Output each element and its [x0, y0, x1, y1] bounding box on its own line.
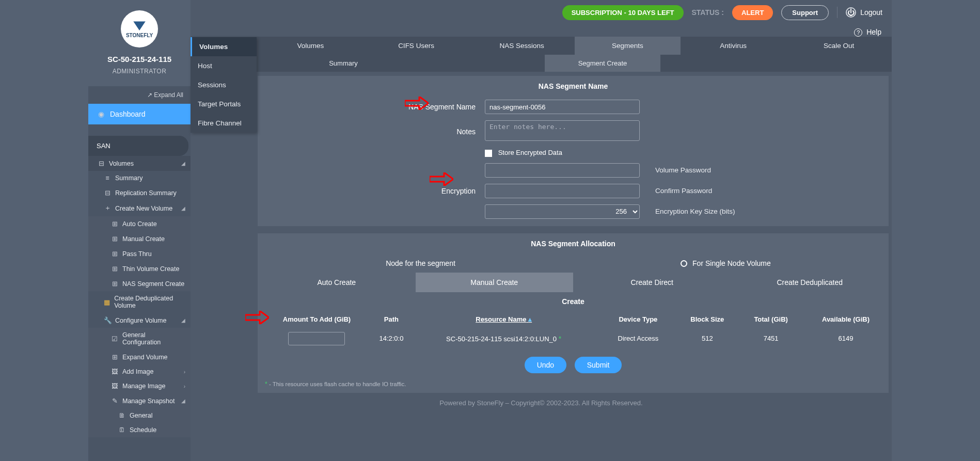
plus-box-icon: ⊞: [111, 250, 118, 258]
submenu-host[interactable]: Host: [191, 56, 257, 75]
annotation-arrow-icon: [430, 172, 453, 186]
input-volume-password[interactable]: [485, 163, 640, 178]
wrench-icon: 🔧: [104, 316, 111, 324]
brand-logo: STONEFLY: [121, 10, 158, 47]
brand-text: STONEFLY: [126, 33, 153, 38]
tree-replication-summary[interactable]: ⊟ Replication Summary: [88, 185, 191, 200]
seg-auto-create[interactable]: Auto Create: [258, 273, 416, 292]
tree-manual-create[interactable]: ⊞ Manual Create: [88, 231, 191, 246]
support-button[interactable]: Support: [781, 5, 829, 20]
col-resource[interactable]: Resource Name ▴: [407, 311, 601, 328]
tree-pass-thru[interactable]: ⊞ Pass Thru: [88, 246, 191, 261]
tab-nas-sessions[interactable]: NAS Sessions: [469, 37, 575, 55]
checkbox-icon: ☑: [111, 335, 118, 343]
undo-button[interactable]: Undo: [525, 357, 566, 373]
panel-nas-segment-name: NAS Segment Name NAS Segment Name Notes …: [258, 76, 889, 226]
tree-snapshot-schedule[interactable]: 🗓 Schedule: [88, 423, 191, 437]
annotation-arrow-icon: [245, 311, 269, 324]
table-row: 14:2:0:0 SC-50-215-24-115 scsi14:2:0:LUN…: [258, 328, 889, 349]
tab-volumes[interactable]: Volumes: [258, 37, 363, 55]
seg-create-direct[interactable]: Create Direct: [573, 273, 731, 292]
plus-box-icon: ⊞: [111, 280, 118, 288]
tree-add-image[interactable]: 🖼 Add Image ›: [88, 364, 191, 379]
tab-antivirus[interactable]: Antivirus: [681, 37, 786, 55]
label-volume-password: Volume Password: [650, 166, 711, 174]
image-icon: 🖼: [111, 368, 118, 375]
tree-auto-create[interactable]: ⊞ Auto Create: [88, 216, 191, 231]
status-label: STATUS :: [692, 8, 724, 17]
tab-segments[interactable]: Segments: [575, 37, 681, 55]
logout-link[interactable]: ⏻ Logout: [846, 7, 882, 18]
label-single-node: For Single Node Volume: [692, 259, 771, 267]
expand-all-link[interactable]: ↗ Expand All: [88, 86, 191, 104]
input-segment-name[interactable]: [485, 100, 640, 114]
footnote: * - This resource uses flash cache to ha…: [258, 378, 889, 393]
subtab-summary[interactable]: Summary: [258, 55, 429, 72]
select-key-size[interactable]: 256: [485, 204, 640, 219]
tree-general-config[interactable]: ☑ General Configuration: [88, 328, 191, 349]
tree-summary[interactable]: ≡ Summary: [88, 171, 191, 185]
dashboard-icon: ◉: [98, 110, 105, 118]
replication-icon: ⊟: [104, 189, 111, 197]
submenu-sessions[interactable]: Sessions: [191, 75, 257, 94]
tree-configure-volume[interactable]: 🔧 Configure Volume ◢: [88, 313, 191, 328]
panel-title-name: NAS Segment Name: [258, 76, 889, 97]
cell-available: 6149: [803, 328, 889, 349]
input-amount-to-add[interactable]: [288, 332, 345, 345]
col-available: Available (GiB): [803, 311, 889, 328]
seg-manual-create[interactable]: Manual Create: [416, 273, 574, 292]
plus-icon: ＋: [104, 204, 111, 213]
volumes-icon: ⊟: [98, 160, 105, 167]
input-notes[interactable]: [485, 120, 640, 141]
col-block-size: Block Size: [675, 311, 739, 328]
col-device-type: Device Type: [600, 311, 675, 328]
checkbox-store-encrypted[interactable]: [485, 150, 492, 157]
tree-thin-volume-create[interactable]: ⊞ Thin Volume Create: [88, 261, 191, 276]
label-encryption: Encryption: [258, 187, 485, 195]
tree-create-new-volume[interactable]: ＋ Create New Volume ◢: [88, 200, 191, 216]
subscription-badge[interactable]: SUBSCRIPTION - 10 DAYS LEFT: [562, 5, 684, 20]
tree-manage-image[interactable]: 🖼 Manage Image ›: [88, 379, 191, 393]
plus-box-icon: ⊞: [111, 220, 118, 228]
col-total: Total (GiB): [739, 311, 803, 328]
host-name: SC-50-215-24-115: [88, 55, 191, 63]
cell-device-type: Direct Access: [600, 328, 675, 349]
seg-create-dedup[interactable]: Create Deduplicated: [731, 273, 889, 292]
submenu-volumes[interactable]: Volumes: [191, 37, 257, 56]
label-key-size: Encryption Key Size (bits): [650, 208, 735, 215]
nav-dashboard[interactable]: ◉ Dashboard: [88, 104, 191, 124]
tree-create-dedup-volume[interactable]: ▦ Create Deduplicated Volume: [88, 291, 191, 313]
nav-section-san[interactable]: SAN: [88, 136, 188, 156]
col-path: Path: [376, 311, 407, 328]
label-segment-name: NAS Segment Name: [258, 103, 485, 111]
submit-button[interactable]: Submit: [575, 357, 622, 373]
plus-box-icon: ⊞: [111, 235, 118, 243]
col-amount: Amount To Add (GiB): [258, 311, 376, 328]
tree-manage-snapshot[interactable]: ✎ Manage Snapshot ◢: [88, 393, 191, 408]
submenu-target-portals[interactable]: Target Portals: [191, 94, 257, 114]
radio-single-node[interactable]: [681, 260, 687, 267]
power-icon: ⏻: [846, 7, 856, 18]
subtab-segment-create[interactable]: Segment Create: [545, 55, 660, 72]
tree-volumes[interactable]: ⊟ Volumes ◢: [88, 156, 191, 171]
tree-nas-segment-create[interactable]: ⊞ NAS Segment Create: [88, 276, 191, 291]
input-confirm-password[interactable]: [485, 184, 640, 198]
panel-title-allocation: NAS Segment Allocation: [258, 233, 889, 254]
snapshot-icon: ✎: [111, 397, 118, 405]
tree-snapshot-general[interactable]: 🗎 General: [88, 408, 191, 423]
cell-block-size: 512: [675, 328, 739, 349]
tab-scale-out[interactable]: Scale Out: [786, 37, 892, 55]
list-icon: ≡: [104, 174, 111, 182]
panel-nas-segment-allocation: NAS Segment Allocation Node for the segm…: [258, 233, 889, 393]
tree-expand-volume[interactable]: ⊞ Expand Volume: [88, 349, 191, 364]
alert-badge[interactable]: ALERT: [732, 5, 773, 20]
cell-path: 14:2:0:0: [376, 328, 407, 349]
help-icon: ?: [854, 28, 862, 37]
submenu-fibre-channel[interactable]: Fibre Channel: [191, 114, 257, 133]
tab-cifs-users[interactable]: CIFS Users: [363, 37, 469, 55]
create-table: Amount To Add (GiB) Path Resource Name ▴…: [258, 311, 889, 349]
cell-total: 7451: [739, 328, 803, 349]
plus-box-icon: ⊞: [111, 265, 118, 273]
label-store-encrypted: Store Encrypted Data: [498, 149, 562, 156]
help-link[interactable]: Help: [866, 28, 881, 36]
